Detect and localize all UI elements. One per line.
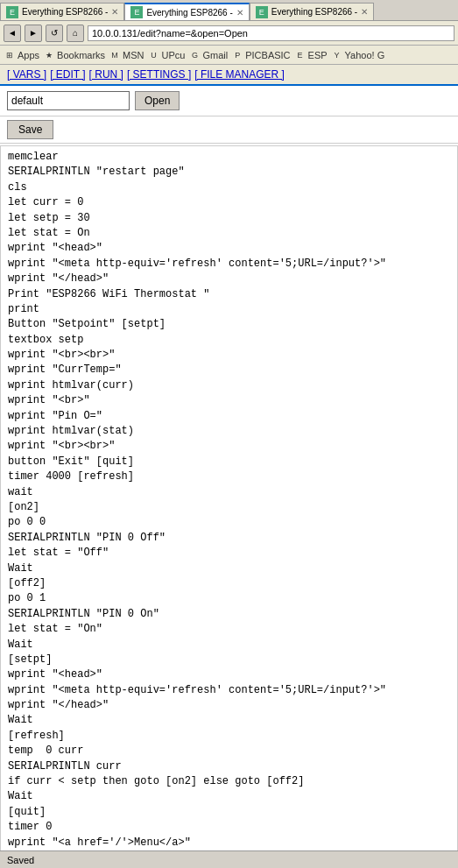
- code-line: Print "ESP8266 WiFi Thermostat ": [8, 287, 450, 302]
- tab-favicon-2: E: [130, 6, 143, 18]
- nav-menu: [ VARS ] [ EDIT ] [ RUN ] [ SETTINGS ] […: [0, 65, 458, 86]
- code-line: let curr = 0: [8, 195, 450, 210]
- refresh-button[interactable]: ↺: [46, 25, 63, 42]
- code-line: [quit]: [8, 805, 450, 820]
- code-line: print: [8, 302, 450, 317]
- code-line: wprint "CurrTemp=": [8, 363, 450, 378]
- code-line: wprint "<meta http-equiv='refresh' conte…: [8, 683, 450, 698]
- code-line: wprint "</head>": [8, 698, 450, 713]
- save-bar: Save: [0, 116, 458, 144]
- code-line: wprint htmlvar(curr): [8, 378, 450, 393]
- tab-close-3[interactable]: ✕: [361, 7, 368, 17]
- upcu-icon: U: [148, 49, 160, 61]
- code-line: Button "Setpoint" [setpt]: [8, 317, 450, 332]
- code-line: SERIALPRINTLN "restart page": [8, 165, 450, 180]
- nav-settings[interactable]: [ SETTINGS ]: [127, 68, 191, 81]
- file-name-input[interactable]: [7, 91, 130, 110]
- bookmark-msn[interactable]: M MSN: [109, 49, 144, 61]
- code-line: wait: [8, 485, 450, 500]
- home-button[interactable]: ⌂: [67, 25, 84, 42]
- code-line: let stat = "On": [8, 622, 450, 637]
- code-line: if curr < setp then goto [on2] else goto…: [8, 774, 450, 789]
- bookmark-bookmarks[interactable]: ★ Bookmarks: [43, 49, 105, 61]
- tab-title-1: Everything ESP8266 -: [22, 7, 108, 17]
- bookmark-apps-label: Apps: [18, 50, 39, 60]
- tab-close-1[interactable]: ✕: [111, 7, 118, 17]
- code-line: wprint "<br><br>": [8, 439, 450, 454]
- code-line: timer 4000 [refresh]: [8, 469, 450, 484]
- status-text: Saved: [7, 855, 34, 865]
- tab-title-3: Everything ESP8266 -: [271, 7, 357, 17]
- code-line: let stat = "Off": [8, 546, 450, 561]
- code-line: wprint "<head>": [8, 241, 450, 256]
- tab-2[interactable]: E Everything ESP8266 - ✕: [124, 3, 249, 20]
- code-line: [refresh]: [8, 729, 450, 744]
- code-line: Wait: [8, 561, 450, 576]
- yahoo-icon: Y: [331, 49, 343, 61]
- back-button[interactable]: ◄: [4, 25, 21, 42]
- code-line: [setpt]: [8, 653, 450, 667]
- nav-run[interactable]: [ RUN ]: [89, 68, 123, 81]
- open-button[interactable]: Open: [135, 91, 180, 110]
- bookmark-yahoo-label: Yahoo! G: [345, 50, 385, 60]
- bookmark-msn-label: MSN: [123, 50, 144, 60]
- bookmark-apps[interactable]: ⊞ Apps: [4, 49, 39, 61]
- tab-close-2[interactable]: ✕: [236, 8, 243, 18]
- bookmark-upcu-label: UPcu: [162, 50, 186, 60]
- nav-vars[interactable]: [ VARS ]: [7, 68, 46, 81]
- code-line: wprint "<br><br>": [8, 348, 450, 363]
- bookmark-gmail[interactable]: G Gmail: [188, 49, 228, 61]
- status-bar: Saved: [0, 850, 458, 868]
- code-line: memclear: [8, 150, 450, 165]
- esp-icon: E: [294, 49, 307, 61]
- code-line: wprint htmlvar(stat): [8, 424, 450, 439]
- tab-1[interactable]: E Everything ESP8266 - ✕: [0, 3, 124, 20]
- bookmark-esp-label: ESP: [308, 50, 328, 60]
- bookmark-bookmarks-label: Bookmarks: [57, 50, 105, 60]
- code-line: cls: [8, 180, 450, 195]
- code-line: Wait: [8, 638, 450, 653]
- code-line: temp 0 curr: [8, 744, 450, 759]
- forward-button[interactable]: ►: [25, 25, 42, 42]
- code-line: button "Exit" [quit]: [8, 455, 450, 469]
- code-line: wprint "</head>": [8, 272, 450, 286]
- code-line: po 0 0: [8, 515, 450, 530]
- bookmark-picbasic[interactable]: P PICBASIC: [231, 49, 290, 61]
- nav-edit[interactable]: [ EDIT ]: [50, 68, 85, 81]
- code-line: Wait: [8, 789, 450, 804]
- tab-3[interactable]: E Everything ESP8266 - ✕: [250, 3, 374, 20]
- code-line: SERIALPRINTLN curr: [8, 759, 450, 774]
- code-scroll[interactable]: memclearSERIALPRINTLN "restart page"clsl…: [0, 144, 458, 868]
- file-bar: Open: [0, 86, 458, 116]
- code-line: wprint "<a href='/'>Menu</a>": [8, 836, 450, 850]
- tab-favicon-3: E: [256, 6, 268, 18]
- code-line: wprint "Pin O=": [8, 409, 450, 424]
- nav-file-manager[interactable]: [ FILE MANAGER ]: [194, 68, 285, 81]
- code-line: wprint "<head>": [8, 667, 450, 682]
- save-button[interactable]: Save: [7, 120, 53, 139]
- code-line: let setp = 30: [8, 211, 450, 226]
- bookmark-upcu[interactable]: U UPcu: [148, 49, 186, 61]
- code-line: SERIALPRINTLN "PIN 0 On": [8, 607, 450, 622]
- bookmark-picbasic-label: PICBASIC: [245, 50, 290, 60]
- address-bar: ◄ ► ↺ ⌂: [0, 21, 458, 46]
- bookmarks-icon: ★: [43, 49, 55, 61]
- code-line: Wait: [8, 713, 450, 728]
- bookmark-esp[interactable]: E ESP: [294, 49, 328, 61]
- code-editor[interactable]: memclearSERIALPRINTLN "restart page"clsl…: [0, 145, 458, 868]
- code-line: po 0 1: [8, 591, 450, 606]
- code-line: timer 0: [8, 820, 450, 835]
- code-line: wprint "<br>": [8, 393, 450, 408]
- bookmark-yahoo[interactable]: Y Yahoo! G: [331, 49, 385, 61]
- tab-favicon-1: E: [6, 6, 18, 18]
- bookmark-gmail-label: Gmail: [202, 50, 228, 60]
- address-input[interactable]: [88, 25, 454, 41]
- code-line: [on2]: [8, 500, 450, 515]
- msn-icon: M: [109, 49, 121, 61]
- code-line: [off2]: [8, 576, 450, 591]
- gmail-icon: G: [188, 49, 201, 61]
- code-line: textbox setp: [8, 333, 450, 348]
- code-line: let stat = On: [8, 226, 450, 241]
- code-line: wprint "<meta http-equiv='refresh' conte…: [8, 257, 450, 272]
- code-line: SERIALPRINTLN "PIN 0 Off": [8, 531, 450, 546]
